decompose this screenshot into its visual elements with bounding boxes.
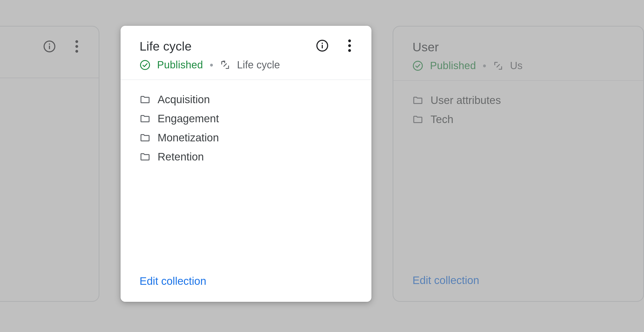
edit-collection-button[interactable]: Edit collection [140,275,206,287]
card-title: User [412,40,627,54]
status-row: Published • Life cycle [140,59,355,71]
stage: ness object… s eness avior Life cycle [0,0,644,332]
svg-point-10 [348,44,351,47]
card-header-actions [316,39,356,52]
linked-collection-name: Life cycle [237,59,280,71]
check-circle-icon [412,60,423,71]
svg-point-11 [348,49,351,52]
card-body: s eness avior [0,78,99,301]
more-vert-icon[interactable] [70,40,83,53]
info-icon[interactable] [316,39,329,52]
folder-icon [412,114,423,125]
folder-label: Tech [430,113,453,126]
folder-label: Retention [158,151,204,163]
card-footer: Edit collection [121,275,372,302]
folder-label: User attributes [430,94,501,107]
link-icon [220,60,230,70]
folder-icon [140,151,150,162]
list-item: eness [0,119,80,136]
card-body: Acquisition Engagement Monetization [121,80,372,275]
folder-icon [412,95,423,106]
card-header: ness object… [0,27,99,78]
svg-point-3 [75,40,78,43]
collection-card-left: ness object… s eness avior [0,26,99,302]
separator-dot: • [483,61,486,71]
card-title-truncated: ness object… [0,55,82,69]
folder-item[interactable]: Engagement [140,111,353,126]
svg-point-8 [322,43,323,44]
svg-point-4 [75,45,78,48]
status-badge: Published [430,60,476,71]
svg-point-5 [75,50,78,53]
more-vert-icon[interactable] [343,39,356,52]
info-icon[interactable] [43,40,56,53]
card-footer: Edit collection [393,274,643,301]
status-badge: Published [157,59,203,71]
separator-dot: • [210,60,213,70]
card-body: User attributes Tech [393,81,643,274]
cards-row: ness object… s eness avior Life cycle [0,26,644,302]
svg-point-2 [49,43,50,45]
list-item: s [0,94,80,111]
folder-icon [140,132,150,143]
card-header: Life cycle Published • [121,26,372,80]
folder-item[interactable]: Retention [140,149,353,165]
folder-icon [140,94,150,105]
link-icon [493,61,503,71]
linked-collection-name: Us [510,60,523,71]
card-header: User Published • Us [393,27,643,81]
svg-point-9 [348,39,351,42]
svg-point-12 [140,60,149,69]
folder-item[interactable]: Tech [412,112,624,127]
collection-card-user[interactable]: User Published • Us [393,26,644,302]
folder-label: Acquisition [158,93,210,106]
folder-item[interactable]: Monetization [140,130,353,145]
list-item: avior [0,136,80,154]
collection-card-lifecycle[interactable]: Life cycle Published • [121,26,372,302]
folder-label: Monetization [158,132,219,144]
edit-collection-button[interactable]: Edit collection [412,274,479,287]
check-circle-icon [140,60,150,70]
folder-item[interactable]: Acquisition [140,92,353,107]
card-header-actions [43,40,83,53]
folder-label: Engagement [158,112,219,125]
folder-item[interactable]: User attributes [412,93,624,108]
status-row: Published • Us [412,60,627,71]
folder-icon [140,113,150,124]
svg-point-13 [413,61,422,70]
